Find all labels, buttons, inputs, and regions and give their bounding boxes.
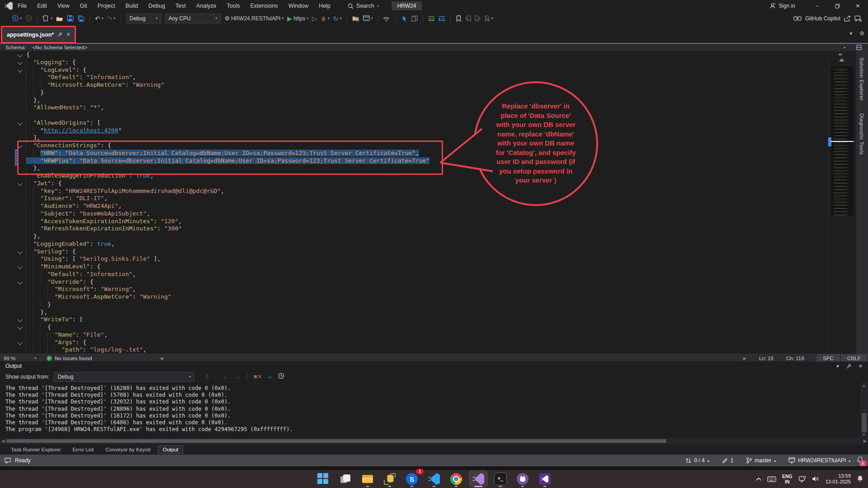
- menu-edit[interactable]: Edit: [37, 3, 47, 9]
- share-icon[interactable]: [844, 15, 851, 22]
- sign-in-button[interactable]: Sign in: [769, 3, 795, 9]
- find-in-files-button[interactable]: [350, 15, 361, 22]
- network-icon[interactable]: [798, 476, 806, 483]
- goto-message-icon[interactable]: ⇩: [204, 373, 209, 380]
- menu-file[interactable]: File: [18, 3, 27, 9]
- timestamp-icon[interactable]: [278, 373, 284, 380]
- split-window-icon[interactable]: [850, 45, 868, 50]
- fold-chevron-icon[interactable]: [17, 264, 22, 269]
- next-message-icon[interactable]: →: [235, 373, 241, 380]
- open-file-button[interactable]: [54, 15, 65, 22]
- fold-chevron-icon[interactable]: [17, 279, 22, 284]
- prev-bookmark-button[interactable]: [463, 15, 473, 22]
- notifications-button[interactable]: 1: [857, 456, 863, 465]
- taskbar-skype-icon[interactable]: S1: [402, 470, 421, 488]
- fold-chevron-icon[interactable]: [17, 181, 22, 186]
- scrollbar-thumb[interactable]: [6, 439, 666, 443]
- platform-dropdown[interactable]: Any CPU▾: [165, 14, 221, 23]
- word-wrap-icon[interactable]: ⤶: [269, 373, 272, 380]
- line-indicator[interactable]: Ln: 15: [759, 356, 774, 361]
- taskbar-vscode-icon[interactable]: [425, 470, 443, 488]
- taskbar-file-explorer-icon[interactable]: [358, 470, 377, 488]
- taskbar-ssms-icon[interactable]: [380, 470, 399, 488]
- feedback-bubble-icon[interactable]: [5, 458, 11, 464]
- pin-icon[interactable]: [57, 32, 62, 37]
- output-log[interactable]: The thread '[Thread Destroyed]' (16280) …: [0, 383, 860, 438]
- start-without-debug-button[interactable]: ▷: [310, 15, 319, 22]
- search-button[interactable]: Search ▾: [348, 3, 379, 9]
- url-link[interactable]: http://localhost:4200: [44, 127, 118, 134]
- menu-help[interactable]: Help: [319, 3, 330, 9]
- fold-chevron-icon[interactable]: [17, 67, 22, 72]
- minimize-button[interactable]: –: [807, 0, 827, 12]
- menu-git[interactable]: Git: [80, 3, 87, 9]
- fold-chevron-icon[interactable]: [17, 249, 22, 254]
- output-vertical-scrollbar[interactable]: ▲ ▼: [860, 383, 868, 438]
- scrollbar-thumb[interactable]: [862, 413, 867, 432]
- pending-changes-button[interactable]: 1: [716, 455, 740, 466]
- navigate-back-button[interactable]: ▾: [10, 15, 24, 22]
- navigate-forward-button[interactable]: [24, 15, 34, 22]
- increase-indent-button[interactable]: [437, 16, 447, 21]
- touch-keyboard-icon[interactable]: [767, 476, 776, 482]
- output-source-dropdown[interactable]: Debug▾: [54, 372, 194, 382]
- browser-preview-button[interactable]: ▾: [361, 15, 375, 21]
- panel-tab-task-runner-explorer[interactable]: Task Runner Explorer: [6, 446, 66, 453]
- panel-tab-error-list[interactable]: Error List: [68, 446, 99, 453]
- menu-window[interactable]: Window: [288, 3, 308, 9]
- fold-chevron-icon[interactable]: [17, 317, 22, 322]
- sync-commits-button[interactable]: 0 / 4 ▴: [679, 455, 715, 466]
- pin-icon[interactable]: [846, 364, 851, 369]
- copilot-label[interactable]: GitHub Copilot: [805, 15, 840, 22]
- fold-chevron-icon[interactable]: [17, 52, 22, 57]
- menu-view[interactable]: View: [57, 3, 70, 9]
- scroll-right-icon[interactable]: ▶: [743, 356, 746, 361]
- panel-dropdown-caret-icon[interactable]: ▾: [836, 363, 839, 369]
- redo-button[interactable]: ↷▾: [105, 15, 118, 22]
- toggle-bookmark-button[interactable]: [454, 15, 463, 22]
- minimap-scrollbar[interactable]: ⇹: [828, 51, 856, 354]
- fold-chevron-icon[interactable]: [17, 60, 22, 65]
- zoom-dropdown[interactable]: 99 % ▾: [0, 354, 40, 362]
- taskbar-github-desktop-icon[interactable]: [513, 470, 532, 488]
- prev-message-icon[interactable]: ←: [222, 373, 228, 380]
- menu-debug[interactable]: Debug: [148, 3, 165, 9]
- fold-chevron-icon[interactable]: [17, 340, 22, 345]
- startup-project-dropdown[interactable]: ⚙ HRW24.RESTfulAPI▾: [223, 15, 286, 22]
- fold-chevron-icon[interactable]: [17, 324, 22, 329]
- close-button[interactable]: ✕: [848, 0, 868, 12]
- clear-bookmarks-button[interactable]: ▾: [482, 15, 495, 22]
- project-context-chip[interactable]: HRW24: [392, 1, 422, 10]
- output-horizontal-scrollbar[interactable]: ◀ ▶: [0, 438, 868, 444]
- menu-extensions[interactable]: Extensions: [250, 3, 278, 9]
- save-button[interactable]: [65, 15, 75, 22]
- column-indicator[interactable]: Ch: 119: [786, 356, 804, 361]
- tab-appsettings-json[interactable]: appsettings.json* ✕: [2, 27, 75, 42]
- decrease-indent-button[interactable]: [426, 16, 437, 21]
- go-to-definition-button[interactable]: [400, 15, 410, 22]
- spell-check-button[interactable]: abc: [382, 15, 393, 22]
- panel-close-icon[interactable]: ✕: [859, 363, 863, 369]
- issues-nav-left-icon[interactable]: ◀: [160, 356, 163, 361]
- configuration-dropdown[interactable]: Debug▾: [126, 14, 161, 23]
- taskbar-start-icon[interactable]: [314, 470, 333, 488]
- clock[interactable]: 13:59 13-01-2025: [826, 473, 851, 485]
- notification-bell-icon[interactable]: [857, 475, 863, 483]
- save-all-button[interactable]: [75, 15, 86, 22]
- send-feedback-icon[interactable]: [854, 15, 862, 22]
- menu-build[interactable]: Build: [125, 3, 138, 9]
- volume-icon[interactable]: [812, 476, 820, 482]
- tab-close-icon[interactable]: ✕: [66, 32, 70, 38]
- taskbar-visual-studio-icon[interactable]: [469, 470, 488, 488]
- issues-indicator[interactable]: ✓ No issues found: [47, 356, 92, 361]
- new-project-button[interactable]: ▾: [41, 15, 54, 22]
- splitter-icon[interactable]: ⇹: [838, 52, 842, 57]
- restore-button[interactable]: [827, 0, 848, 12]
- panel-tab-conveyor-by-keyoti[interactable]: Conveyor by Keyoti: [101, 446, 155, 453]
- scroll-up-icon[interactable]: [839, 58, 844, 61]
- taskbar-visual-studio-installer-icon[interactable]: [535, 470, 554, 488]
- repository-picker-button[interactable]: HRW24RESTfulAPI ▴: [782, 455, 857, 466]
- code-surface[interactable]: { "Logging": { "LogLevel": { "Default": …: [0, 51, 826, 354]
- undo-button[interactable]: ↶▾: [93, 15, 105, 22]
- code-editor[interactable]: { "Logging": { "LogLevel": { "Default": …: [0, 51, 868, 354]
